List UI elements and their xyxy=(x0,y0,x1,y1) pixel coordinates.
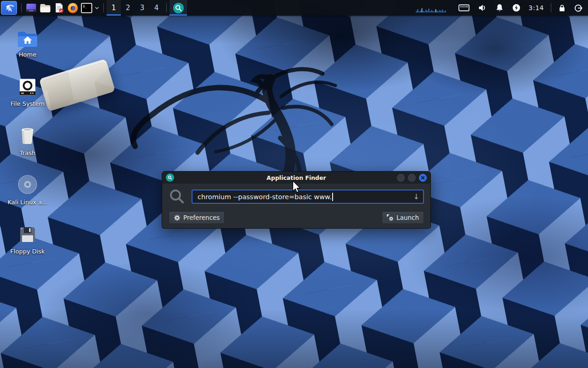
show-desktop-icon xyxy=(26,3,37,13)
preferences-button-label: Preferences xyxy=(183,214,220,221)
power-manager-indicator[interactable] xyxy=(512,3,521,12)
desktop-icon-trash[interactable]: Trash xyxy=(5,124,51,156)
gear-icon xyxy=(174,214,181,221)
volume-icon xyxy=(477,3,487,13)
desktop-icon-label: Trash xyxy=(20,150,35,156)
desktop-icon-kali-cd[interactable]: Kali Linux a... xyxy=(5,173,51,206)
launch-button-label: Launch xyxy=(396,214,419,221)
launch-button[interactable]: Launch xyxy=(382,211,424,224)
notifications-indicator[interactable] xyxy=(495,3,504,13)
workspace-1-label: 1 xyxy=(112,4,116,12)
text-editor-icon xyxy=(54,2,64,13)
panel-separator xyxy=(166,3,167,12)
volume-indicator[interactable] xyxy=(477,3,487,13)
home-folder-icon xyxy=(17,30,38,47)
window-app-icon xyxy=(166,173,174,182)
workspace-3[interactable]: 3 xyxy=(135,0,149,16)
hard-drive-icon xyxy=(18,78,37,96)
applications-menu-button[interactable] xyxy=(1,1,17,15)
close-icon xyxy=(421,176,425,180)
command-input[interactable]: chromium --password-store=basic www. ↓ xyxy=(192,190,424,204)
lock-icon xyxy=(558,4,566,12)
desktop-icon-label: Kali Linux a... xyxy=(7,199,47,206)
logout-icon xyxy=(574,4,582,12)
text-caret xyxy=(332,193,333,201)
workspace-1[interactable]: 1 xyxy=(107,0,121,16)
workspace-3-label: 3 xyxy=(140,4,145,12)
panel-separator xyxy=(103,3,104,12)
desktop-icon-file-system[interactable]: File System xyxy=(5,75,51,107)
keyboard-indicator[interactable] xyxy=(458,4,469,12)
workspace-2-label: 2 xyxy=(126,4,130,12)
launcher-firefox[interactable] xyxy=(66,1,79,15)
launcher-text-editor[interactable] xyxy=(52,1,66,15)
application-finder-window: Application Finder chromium --password-s… xyxy=(162,171,431,229)
launcher-file-manager[interactable] xyxy=(38,1,52,15)
launch-icon xyxy=(387,214,394,221)
preferences-button[interactable]: Preferences xyxy=(169,211,225,224)
chevron-down-icon xyxy=(95,6,99,10)
terminal-prompt-glyph: $_ xyxy=(83,4,87,8)
launcher-terminal[interactable]: $_ xyxy=(79,1,93,15)
search-icon-large xyxy=(169,188,186,205)
command-input-value: chromium --password-store=basic www. xyxy=(198,193,332,201)
firefox-icon xyxy=(67,2,79,14)
desktop-icon-floppy[interactable]: Floppy Disk xyxy=(5,223,51,255)
activity-graph xyxy=(416,7,446,12)
logout-button[interactable] xyxy=(574,4,582,12)
close-button[interactable] xyxy=(419,174,427,182)
mouse-cursor xyxy=(292,180,302,194)
history-dropdown-button[interactable]: ↓ xyxy=(413,192,419,202)
power-icon xyxy=(512,3,521,12)
desktop-icon-label: File System xyxy=(11,100,45,107)
application-finder-icon xyxy=(173,2,184,14)
search-icon xyxy=(167,175,173,180)
maximize-button[interactable] xyxy=(408,174,416,182)
kali-logo-icon xyxy=(4,2,15,13)
panel-separator xyxy=(21,3,22,12)
workspace-4-label: 4 xyxy=(154,4,159,12)
keyboard-icon xyxy=(458,4,469,12)
optical-disc-icon xyxy=(17,174,38,195)
desktop-icon-label: Home xyxy=(19,51,36,58)
bell-icon xyxy=(495,3,504,13)
terminal-icon: $_ xyxy=(81,3,92,13)
screen-lock-button[interactable] xyxy=(558,4,566,12)
trash-can-icon xyxy=(18,126,37,145)
top-panel: $_ 1 2 3 4 xyxy=(0,0,588,16)
workspace-2[interactable]: 2 xyxy=(121,0,135,16)
workspace-4[interactable]: 4 xyxy=(149,0,164,16)
launcher-show-desktop[interactable] xyxy=(24,1,38,15)
desktop-icon-home[interactable]: Home xyxy=(5,26,51,58)
file-manager-icon xyxy=(40,3,51,13)
floppy-disk-icon xyxy=(18,225,37,244)
taskbar-application-finder[interactable] xyxy=(170,0,187,16)
launcher-dropdown-toggle[interactable] xyxy=(93,6,101,10)
desktop-icon-label: Floppy Disk xyxy=(10,248,45,255)
minimize-button[interactable] xyxy=(397,174,405,182)
clock[interactable]: 3:14 xyxy=(529,4,544,12)
panel-separator xyxy=(551,3,551,12)
